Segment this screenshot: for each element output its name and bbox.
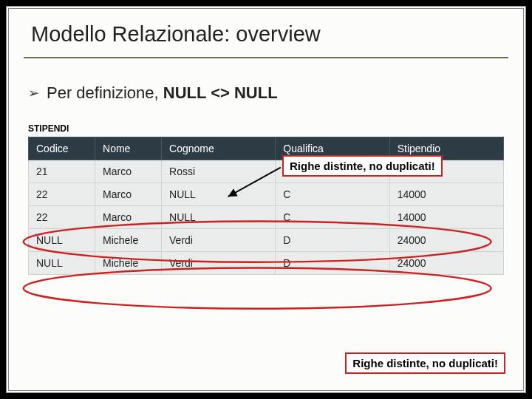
bullet-text: Per definizione, NULL <> NULL — [47, 83, 278, 103]
cell: 14000 — [389, 183, 503, 206]
table-row: 22 Marco NULL C 14000 — [29, 206, 504, 229]
cell: 22 — [29, 206, 95, 229]
th-nome: Nome — [95, 137, 162, 160]
cell: 24000 — [389, 252, 503, 275]
table-title: STIPENDI — [28, 123, 504, 134]
table-row: NULL Michele Verdi D 24000 — [29, 229, 504, 252]
bullet-line: ➢ Per definizione, NULL <> NULL — [28, 83, 504, 103]
cell: 24000 — [389, 229, 503, 252]
cell: Verdi — [162, 229, 276, 252]
cell: 22 — [29, 183, 95, 206]
table-row: NULL Michele Verdi D 24000 — [29, 252, 504, 275]
cell: Verdi — [162, 252, 276, 275]
slide: Modello Relazionale: overview ➢ Per defi… — [6, 6, 526, 393]
cell: NULL — [29, 252, 95, 275]
cell: Marco — [95, 206, 162, 229]
cell: C — [276, 183, 389, 206]
cell: C — [276, 206, 389, 229]
triangle-bullet-icon: ➢ — [28, 85, 39, 101]
callout-top: Righe distinte, no duplicati! — [282, 155, 443, 177]
cell: Marco — [95, 160, 162, 183]
callout-bottom: Righe distinte, no duplicati! — [345, 352, 505, 374]
callout-bottom-text: Righe distinte, no duplicati! — [352, 357, 498, 369]
cell: D — [276, 252, 389, 275]
cell: Michele — [95, 229, 162, 252]
cell: NULL — [29, 229, 95, 252]
th-cognome: Cognome — [162, 137, 276, 160]
cell: D — [276, 229, 389, 252]
cell: NULL — [162, 206, 276, 229]
cell: 14000 — [389, 206, 503, 229]
cell: Michele — [95, 252, 162, 275]
bullet-prefix: Per definizione, — [47, 83, 163, 102]
page-title: Modello Relazionale: overview — [24, 19, 508, 58]
bullet-strong: NULL <> NULL — [163, 83, 278, 102]
cell: Rossi — [162, 160, 276, 183]
table-row: 22 Marco NULL C 14000 — [29, 183, 504, 206]
cell: 21 — [29, 160, 95, 183]
callout-top-text: Righe distinte, no duplicati! — [290, 160, 435, 172]
cell: Marco — [95, 183, 162, 206]
cell: NULL — [162, 183, 276, 206]
th-codice: Codice — [29, 137, 95, 160]
